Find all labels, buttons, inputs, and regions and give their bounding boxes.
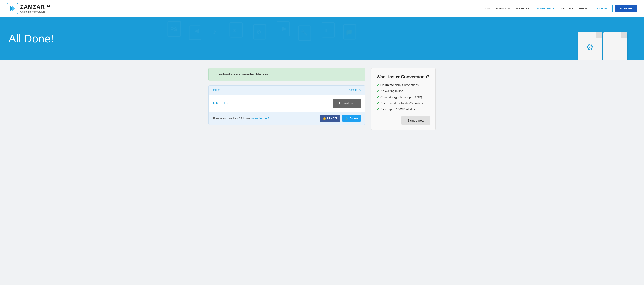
login-button[interactable]: LOG IN <box>592 5 612 12</box>
feature-rest: daily Conversions <box>394 83 418 87</box>
logo-icon <box>7 3 18 14</box>
feature-item: ✓ No waiting in line <box>377 89 430 93</box>
nav-my-files[interactable]: MY FILES <box>516 7 530 10</box>
nav-formats[interactable]: FORMATS <box>496 7 510 10</box>
success-text: Download your converted file now: <box>214 72 270 76</box>
download-button[interactable]: Download <box>333 99 361 108</box>
left-panel: Download your converted file now: FILE S… <box>208 68 365 125</box>
logo-tagline: Online file conversion <box>20 10 51 13</box>
file-icon-right <box>603 32 627 60</box>
feature-rest: Speed up downloads (5x faster) <box>380 101 423 105</box>
svg-marker-12 <box>282 27 287 31</box>
hero-title: All Done! <box>8 32 54 45</box>
sidebar-signup-button[interactable]: Signup now <box>402 116 430 125</box>
want-longer-link[interactable]: (want longer?) <box>251 117 270 120</box>
thumbs-up-icon: 👍 <box>323 117 326 120</box>
main-nav: API FORMATS MY FILES CONVERTERS ▼ PRICIN… <box>484 7 587 10</box>
header-buttons: LOG IN SIGN UP <box>592 5 637 12</box>
check-icon: ✓ <box>377 89 379 93</box>
svg-text:🔧: 🔧 <box>300 29 308 36</box>
nav-pricing[interactable]: PRICING <box>561 7 573 10</box>
svg-rect-15 <box>322 23 334 37</box>
signup-button[interactable]: SIGN UP <box>615 5 637 12</box>
file-icon-left: ⚙ <box>578 32 602 60</box>
feature-rest: No waiting in line <box>380 89 403 93</box>
main-content: Download your converted file now: FILE S… <box>204 68 440 130</box>
hero-banner: PS ♪ ✉ ⚙ 🔧 ⬆ 📁 All Done! ⚙ <box>0 17 644 60</box>
svg-text:PS: PS <box>170 26 177 32</box>
hero-file-icons: ⚙ <box>578 32 627 60</box>
feature-rest: Convert larger files (up to 2GB) <box>380 95 422 99</box>
files-table: FILE STATUS P1065135.jpg Download Files … <box>208 85 365 125</box>
facebook-like-button[interactable]: 👍 Like 77k <box>320 115 340 122</box>
twitter-icon: 🐦 <box>345 117 348 120</box>
header: ZAMZAR™ Online file conversion API FORMA… <box>0 0 644 17</box>
sidebar-title: Want faster Conversions? <box>377 74 430 80</box>
social-buttons: 👍 Like 77k 🐦 Follow <box>320 115 361 122</box>
twitter-follow-button[interactable]: 🐦 Follow <box>342 115 361 122</box>
feature-rest: Store up to 100GB of files <box>380 107 415 111</box>
check-icon: ✓ <box>377 95 379 99</box>
feature-item: ✓ Unlimited daily Conversions <box>377 83 430 87</box>
logo-brand: ZAMZAR™ <box>20 4 51 10</box>
feature-bold: Unlimited <box>380 83 394 87</box>
table-footer: Files are stored for 24 hours (want long… <box>209 112 365 125</box>
feature-item: ✓ Convert larger files (up to 2GB) <box>377 95 430 99</box>
check-icon: ✓ <box>377 83 379 87</box>
storage-note: Files are stored for 24 hours (want long… <box>213 117 270 120</box>
feature-item: ✓ Speed up downloads (5x faster) <box>377 101 430 105</box>
col-file-header: FILE <box>213 89 220 92</box>
col-status-header: STATUS <box>349 89 361 92</box>
gear-icon: ⚙ <box>586 43 594 52</box>
svg-text:✉: ✉ <box>232 28 236 33</box>
svg-rect-4 <box>189 26 201 40</box>
nav-api[interactable]: API <box>484 7 490 10</box>
svg-text:⚙: ⚙ <box>256 29 261 35</box>
chevron-down-icon: ▼ <box>552 7 555 10</box>
file-name: P1065135.jpg <box>213 101 236 106</box>
table-row: P1065135.jpg Download <box>209 95 365 112</box>
check-icon: ✓ <box>377 107 379 111</box>
svg-marker-5 <box>194 29 199 33</box>
hero-bg: PS ♪ ✉ ⚙ 🔧 ⬆ 📁 <box>0 17 644 60</box>
svg-text:⬆: ⬆ <box>324 28 328 33</box>
logo-text: ZAMZAR™ Online file conversion <box>20 4 51 13</box>
check-icon: ✓ <box>377 101 379 105</box>
sidebar: Want faster Conversions? ✓ Unlimited dai… <box>371 68 436 130</box>
features-list: ✓ Unlimited daily Conversions ✓ No waiti… <box>377 83 430 111</box>
svg-marker-1 <box>12 6 16 11</box>
feature-item: ✓ Store up to 100GB of files <box>377 107 430 111</box>
logo[interactable]: ZAMZAR™ Online file conversion <box>7 3 51 14</box>
svg-text:♪: ♪ <box>213 27 216 36</box>
nav-help[interactable]: HELP <box>579 7 587 10</box>
success-banner: Download your converted file now: <box>208 68 365 81</box>
nav-converters[interactable]: CONVERTERS ▼ <box>536 7 555 10</box>
table-header: FILE STATUS <box>209 86 365 95</box>
svg-text:📁: 📁 <box>346 29 353 35</box>
